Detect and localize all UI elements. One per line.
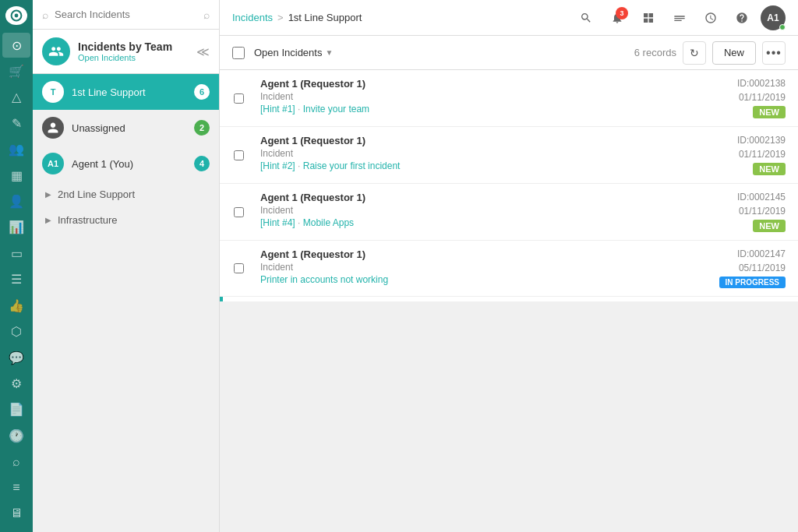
row-checkbox[interactable] (234, 93, 244, 104)
agent1-avatar: A1 (42, 153, 64, 174)
sidebar-item-agent1[interactable]: A1 Agent 1 (You) 4 (33, 146, 219, 181)
nav-monitor-icon[interactable]: ▭ (2, 241, 30, 266)
nav-alert-icon[interactable]: △ (2, 85, 30, 109)
clock-button[interactable] (698, 5, 723, 30)
select-all-checkbox[interactable] (232, 47, 245, 59)
group-label: 2nd Line Support (58, 188, 135, 200)
more-options-button[interactable]: ••• (762, 41, 786, 65)
incident-type: Incident (260, 262, 661, 273)
refresh-button[interactable]: ↻ (683, 41, 706, 65)
nav-chart-icon[interactable]: 📊 (2, 215, 30, 239)
search-icon: ⌕ (42, 9, 48, 21)
group-arrow-icon: ▶ (45, 190, 51, 199)
nav-user-icon[interactable]: 👤 (2, 189, 30, 213)
notifications-button[interactable]: 3 (605, 5, 630, 30)
user-initials: A1 (767, 12, 779, 23)
sidebar-search-bar[interactable]: ⌕ ⌕ (33, 0, 219, 30)
help-button[interactable] (729, 5, 754, 30)
nav-chat-icon[interactable]: 💬 (2, 345, 30, 369)
search-icon-right: ⌕ (203, 9, 210, 21)
main-content: Incidents > 1st Line Support 3 (220, 0, 798, 532)
nav-thumb-icon[interactable]: 👍 (2, 293, 30, 317)
empty-area (220, 301, 798, 533)
nav-home-icon[interactable]: ⊙ (2, 33, 30, 57)
filter-dropdown[interactable]: Open Incidents ▼ (254, 47, 333, 58)
row-checkbox-area[interactable] (223, 184, 254, 240)
sidebar-item-label: Agent 1 (You) (72, 158, 133, 170)
incident-status-badge: NEW (753, 106, 786, 118)
app-logo[interactable] (5, 6, 27, 25)
grid-view-button[interactable] (636, 5, 661, 30)
nav-clipboard-icon[interactable]: ☰ (2, 267, 30, 291)
records-count: 6 records (634, 47, 676, 58)
unassigned-badge: 2 (194, 120, 210, 136)
navigation-icon-bar: ⊙ 🛒 △ ✎ 👥 ▦ 👤 📊 ▭ ☰ 👍 ⬡ 💬 ⚙ 📄 🕐 ⌕ ≡ 🖥 (0, 0, 33, 532)
search-input[interactable] (55, 9, 197, 20)
nav-settings-icon[interactable]: ⚙ (2, 372, 30, 396)
row-checkbox[interactable] (234, 207, 244, 217)
unassigned-avatar (42, 117, 64, 139)
sidebar-group-infrastructure[interactable]: ▶ Infrastructure (33, 207, 219, 233)
sidebar-collapse-button[interactable]: ≪ (196, 44, 210, 59)
incident-hint: Printer in accounts not working (260, 274, 661, 285)
content-area: Open Incidents ▼ 6 records ↻ New ••• Age… (220, 36, 798, 532)
incident-status-badge: IN PROGRESS (719, 277, 786, 288)
group-arrow-icon: ▶ (45, 216, 51, 224)
nav-calendar-icon[interactable]: ▦ (2, 163, 30, 187)
sidebar-subtitle: Open Incidents (78, 53, 189, 62)
nav-search-icon[interactable]: ⌕ (2, 449, 30, 474)
incident-type: Incident (260, 91, 661, 102)
incident-date: 05/11/2019 (739, 262, 786, 273)
sidebar-group-second-line[interactable]: ▶ 2nd Line Support (33, 181, 219, 207)
filter-label: Open Incidents (254, 47, 322, 58)
incident-row[interactable]: Agent 1 (Requestor 1) Incident Printer i… (220, 241, 798, 297)
toolbar-right-actions: 6 records ↻ New ••• (634, 41, 786, 65)
row-checkbox[interactable] (234, 150, 244, 160)
incident-id: ID:0002145 (737, 192, 786, 203)
sidebar-item-label: 1st Line Support (72, 86, 146, 98)
feed-button[interactable] (667, 5, 692, 30)
row-checkbox-area[interactable] (223, 127, 254, 183)
first-line-avatar: T (42, 81, 64, 103)
row-checkbox-area[interactable] (223, 70, 254, 126)
breadcrumb-separator: > (277, 12, 284, 23)
top-header: Incidents > 1st Line Support 3 (220, 0, 798, 36)
nav-cart-icon[interactable]: 🛒 (2, 59, 30, 83)
user-avatar-button[interactable]: A1 (761, 5, 786, 30)
row-checkbox[interactable] (234, 263, 244, 273)
header-search-button[interactable] (574, 5, 598, 30)
sidebar-item-unassigned[interactable]: Unassigned 2 (33, 110, 219, 146)
nav-edit-icon[interactable]: ✎ (2, 111, 30, 136)
sidebar-item-first-line-support[interactable]: T 1st Line Support 6 (33, 74, 219, 110)
incident-row[interactable]: Agent 1 (Requestor 1) Incident [Hint #2]… (220, 127, 798, 184)
svg-point-1 (15, 14, 19, 18)
sidebar-header-avatar (42, 37, 70, 65)
nav-time-icon[interactable]: 🕐 (2, 424, 30, 448)
user-online-indicator (779, 24, 786, 30)
nav-team-icon[interactable]: 👥 (2, 137, 30, 161)
nav-desktop-icon[interactable]: 🖥 (2, 502, 30, 526)
row-meta: ID:0002145 01/11/2019 NEW (673, 184, 798, 240)
row-checkbox-area[interactable] (223, 297, 254, 301)
agent1-badge: 4 (194, 156, 210, 171)
group-label: Infrastructure (58, 214, 118, 226)
nav-list-icon[interactable]: ≡ (2, 475, 30, 499)
incident-hint: [Hint #4] · Mobile Apps (260, 217, 661, 228)
notification-badge: 3 (616, 7, 628, 19)
nav-package-icon[interactable]: ⬡ (2, 319, 30, 344)
row-content: Agent 1 (Requestor 1) Incident [Hint #1]… (254, 70, 673, 126)
breadcrumb-parent[interactable]: Incidents (232, 12, 273, 23)
nav-doc-icon[interactable]: 📄 (2, 397, 30, 421)
row-meta: ID:0002139 01/11/2019 NEW (673, 127, 798, 183)
incident-row[interactable]: Agent 1 (Requestor 1) Incident [Hint #1]… (220, 70, 798, 127)
new-button[interactable]: New (712, 41, 756, 65)
sidebar-title: Incidents by Team (78, 41, 189, 53)
incident-date: 01/11/2019 (739, 206, 786, 217)
breadcrumb: Incidents > 1st Line Support (232, 12, 564, 23)
incident-date: 01/11/2019 (739, 92, 786, 103)
row-content: Agent 2 (Requestor 1) Incident Example I… (254, 297, 673, 301)
breadcrumb-current: 1st Line Support (288, 12, 362, 23)
row-checkbox-area[interactable] (223, 241, 254, 296)
incident-row[interactable]: Agent 2 (Requestor 1) Incident Example I… (220, 297, 798, 301)
incident-row[interactable]: Agent 1 (Requestor 1) Incident [Hint #4]… (220, 184, 798, 241)
